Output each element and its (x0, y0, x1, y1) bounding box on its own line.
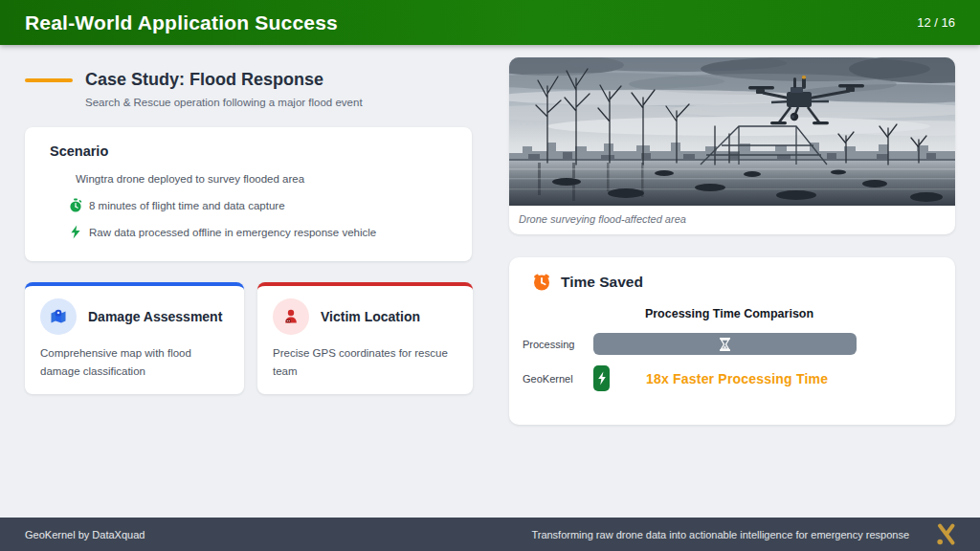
page-indicator: 12 / 16 (917, 15, 955, 30)
outcome-cards: Damage Assessment Comprehensive map with… (25, 282, 472, 394)
dataxquad-x-logo-icon (934, 522, 957, 546)
scenario-item-text: 8 minutes of flight time and data captur… (89, 198, 285, 213)
comparison-title: Processing Time Comparison (523, 307, 936, 320)
right-column: Drone surveying flood-affected area Time… (509, 57, 955, 425)
slide-footer: GeoKernel by DataXquad Transforming raw … (0, 518, 980, 551)
geokernel-row: GeoKernel 18x Faster Processing Time (523, 365, 936, 391)
outcome-head: Victim Location (273, 298, 457, 335)
stopwatch-icon (69, 198, 82, 212)
time-saved-title: Time Saved (561, 274, 643, 291)
speedup-text: 18x Faster Processing Time (646, 371, 828, 386)
scenario-item: 8 minutes of flight time and data captur… (69, 198, 449, 213)
outcome-title: Damage Assessment (88, 309, 222, 324)
outcome-head: Damage Assessment (40, 298, 229, 335)
left-column: Case Study: Flood Response Search & Resc… (25, 57, 472, 425)
photo-card: Drone surveying flood-affected area (509, 57, 955, 234)
time-saved-card: Time Saved Processing Time Comparison Pr… (509, 257, 955, 425)
outcome-description: Precise GPS coordinates for rescue team (273, 344, 457, 381)
photo-caption: Drone surveying flood-affected area (509, 206, 955, 234)
lightning-icon (69, 225, 82, 239)
outcome-card-damage: Damage Assessment Comprehensive map with… (25, 282, 244, 394)
scenario-item: Raw data processed offline in emergency … (69, 225, 449, 240)
processing-time-bar (593, 333, 857, 355)
scenario-list: Wingtra drone deployed to survey flooded… (69, 171, 449, 240)
processing-row: Processing (523, 333, 936, 355)
slide-header: Real-World Application Success 12 / 16 (0, 0, 980, 45)
slide-title: Real-World Application Success (25, 11, 338, 34)
footer-brand: GeoKernel by DataXquad (25, 529, 145, 540)
processing-label: Processing (523, 339, 593, 350)
scenario-item: Wingtra drone deployed to survey flooded… (69, 171, 449, 187)
scenario-title: Scenario (50, 143, 449, 159)
geokernel-result-cell: 18x Faster Processing Time (593, 365, 936, 391)
case-study-title: Case Study: Flood Response (85, 70, 363, 90)
lightning-chip-icon (593, 365, 610, 391)
scenario-item-text: Wingtra drone deployed to survey flooded… (76, 171, 304, 187)
scenario-card: Scenario Wingtra drone deployed to surve… (25, 127, 472, 261)
clock-icon (532, 273, 551, 292)
accent-line (25, 78, 73, 82)
outcome-title: Victim Location (321, 309, 420, 324)
flood-photo-image (509, 57, 955, 206)
case-study-subtitle: Search & Rescue operation following a ma… (85, 97, 363, 108)
scenario-item-text: Raw data processed offline in emergency … (89, 225, 376, 240)
geokernel-label: GeoKernel (523, 373, 593, 385)
hourglass-icon (720, 338, 730, 351)
outcome-description: Comprehensive map with flood damage clas… (40, 344, 229, 381)
case-study-header: Case Study: Flood Response Search & Resc… (25, 70, 472, 108)
slide-body: Case Study: Flood Response Search & Resc… (0, 45, 980, 425)
time-saved-header: Time Saved (532, 273, 936, 292)
case-study-titles: Case Study: Flood Response Search & Resc… (85, 70, 363, 108)
map-pin-icon (40, 298, 77, 335)
person-icon (273, 298, 309, 335)
footer-tagline: Transforming raw drone data into actiona… (531, 529, 909, 540)
slide: Real-World Application Success 12 / 16 C… (0, 0, 980, 551)
outcome-card-victim: Victim Location Precise GPS coordinates … (257, 282, 473, 394)
